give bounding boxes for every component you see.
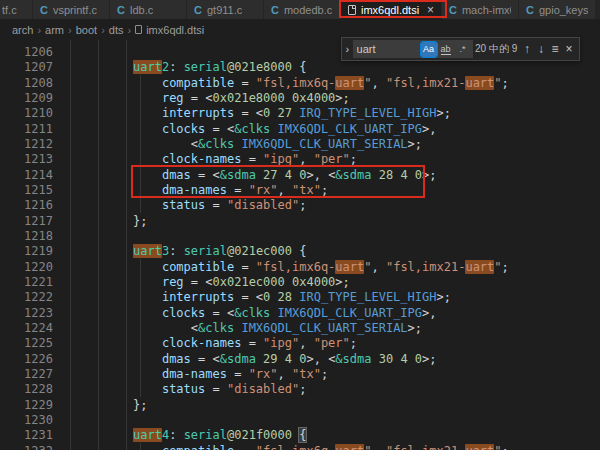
- match-case-button[interactable]: Aa: [421, 42, 437, 57]
- tab-vsprintf.c[interactable]: Cvsprintf.c: [33, 0, 110, 19]
- find-input-wrap[interactable]: Aa ab .*: [353, 40, 473, 58]
- tab-label: ldb.c: [130, 4, 153, 16]
- whole-word-label: ab: [441, 44, 451, 55]
- tab-ldb.c[interactable]: Cldb.c: [110, 0, 187, 19]
- code-line[interactable]: dmas = <&sdma 29 4 0>, <&sdma 30 4 0>;: [68, 352, 600, 367]
- line-number: 1231: [0, 428, 53, 443]
- code-line[interactable]: [68, 229, 600, 244]
- tab-modedb.c[interactable]: Cmodedb.c: [264, 0, 341, 19]
- breadcrumb-item-dts[interactable]: dts: [109, 24, 124, 36]
- toggle-replace-chevron[interactable]: ›: [342, 43, 353, 55]
- line-number: 1208: [0, 76, 53, 91]
- tab-label: gt911.c: [207, 4, 242, 16]
- line-number: 1220: [0, 260, 53, 275]
- code-line[interactable]: compatible = "fsl,imx6q-uart", "fsl,imx2…: [68, 76, 600, 91]
- c-file-icon: C: [526, 4, 534, 16]
- tab-label: tf.c: [2, 4, 17, 16]
- line-number: 1210: [0, 106, 53, 121]
- code-line[interactable]: uart4: serial@021f0000 {: [68, 428, 600, 443]
- code-line[interactable]: status = "disabled";: [68, 198, 600, 213]
- code-line[interactable]: dma-names = "rx", "tx";: [68, 367, 600, 382]
- code-line[interactable]: compatible = "fsl,imx6q-uart", "fsl,imx2…: [68, 260, 600, 275]
- tab-tf.c[interactable]: tf.c: [0, 0, 33, 19]
- code-line[interactable]: uart3: serial@021ec000 {: [68, 244, 600, 259]
- file-icon: [348, 5, 356, 15]
- breadcrumb-item-arch[interactable]: arch: [12, 24, 33, 36]
- code-line[interactable]: reg = <0x021e8000 0x4000>;: [68, 91, 600, 106]
- vscode-window: tf.cCvsprintf.cCldb.cCgt911.cCmodedb.cim…: [0, 0, 600, 450]
- find-next-button[interactable]: ↓: [534, 40, 548, 58]
- regex-button[interactable]: .*: [455, 42, 471, 57]
- code-line[interactable]: [68, 413, 600, 428]
- line-number: 1221: [0, 275, 53, 290]
- code-editor: 1206120712081209121012111212121312141215…: [0, 40, 600, 450]
- find-close-button[interactable]: ×: [562, 40, 576, 58]
- line-number: 1206: [0, 45, 53, 60]
- tab-gt911.c[interactable]: Cgt911.c: [187, 0, 264, 19]
- code-line[interactable]: dmas = <&sdma 27 4 0>, <&sdma 28 4 0>;: [68, 168, 600, 183]
- file-icon: [135, 25, 142, 34]
- code-line[interactable]: <&clks IMX6QDL_CLK_UART_SERIAL>;: [68, 321, 600, 336]
- breadcrumb-item-boot[interactable]: boot: [76, 24, 97, 36]
- c-file-icon: C: [117, 4, 125, 16]
- line-number: 1212: [0, 137, 53, 152]
- breadcrumb-file[interactable]: imx6qdl.dtsi: [135, 24, 204, 36]
- find-widget: › Aa ab .* 20 中的 9 ↑ ↓ ≡ ×: [341, 37, 580, 61]
- line-number: 1218: [0, 229, 53, 244]
- line-number: 1225: [0, 336, 53, 351]
- line-number: 1226: [0, 352, 53, 367]
- code-line[interactable]: dma-names = "rx", "tx";: [68, 183, 600, 198]
- line-number: 1232: [0, 444, 53, 450]
- close-icon[interactable]: ×: [427, 4, 434, 16]
- code-line[interactable]: clock-names = "ipg", "per";: [68, 336, 600, 351]
- tab-label: vsprintf.c: [53, 4, 97, 16]
- tab-label: gpio_keys.c: [539, 4, 588, 16]
- chevron-right-icon: ›: [101, 24, 105, 36]
- line-number: 1222: [0, 290, 53, 305]
- code-line[interactable]: compatible = "fsl,imx6q-uart", "fsl,imx2…: [68, 444, 600, 450]
- line-number: 1228: [0, 382, 53, 397]
- code-line[interactable]: };: [68, 214, 600, 229]
- code-content[interactable]: uart2: serial@021e8000 { compatible = "f…: [60, 45, 600, 450]
- chevron-right-icon: ›: [68, 24, 72, 36]
- code-line[interactable]: interrupts = <0 27 IRQ_TYPE_LEVEL_HIGH>;: [68, 106, 600, 121]
- code-line[interactable]: reg = <0x021ec000 0x4000>;: [68, 275, 600, 290]
- code-line[interactable]: <&clks IMX6QDL_CLK_UART_SERIAL>;: [68, 137, 600, 152]
- chevron-right-icon: ›: [127, 24, 131, 36]
- line-number: 1214: [0, 168, 53, 183]
- whole-word-button[interactable]: ab: [438, 42, 454, 57]
- breadcrumb-item-arm[interactable]: arm: [45, 24, 64, 36]
- line-number: 1215: [0, 183, 53, 198]
- tab-label: modedb.c: [284, 4, 332, 16]
- tab-gpio_keys.c[interactable]: Cgpio_keys.c: [519, 0, 596, 19]
- line-number: 1216: [0, 198, 53, 213]
- line-number: 1223: [0, 306, 53, 321]
- code-line[interactable]: clocks = <&clks IMX6QDL_CLK_UART_IPG>,: [68, 122, 600, 137]
- line-number-gutter: 1206120712081209121012111212121312141215…: [0, 45, 60, 450]
- line-number: 1217: [0, 214, 53, 229]
- c-file-icon: C: [194, 4, 202, 16]
- code-line[interactable]: clocks = <&clks IMX6QDL_CLK_UART_IPG>,: [68, 306, 600, 321]
- c-file-icon: C: [449, 4, 457, 16]
- tab-label: imx6qdl.dtsi: [361, 4, 419, 16]
- find-previous-button[interactable]: ↑: [520, 40, 534, 58]
- line-number: 1211: [0, 122, 53, 137]
- line-number: 1213: [0, 152, 53, 167]
- line-number: 1219: [0, 244, 53, 259]
- line-number: 1224: [0, 321, 53, 336]
- breadcrumb-file-label: imx6qdl.dtsi: [146, 24, 204, 36]
- code-line[interactable]: status = "disabled";: [68, 382, 600, 397]
- code-line[interactable]: };: [68, 398, 600, 413]
- tab-mach-imx6q.c[interactable]: Cmach-imx6q.c: [442, 0, 519, 19]
- find-in-selection-button[interactable]: ≡: [548, 40, 562, 58]
- find-results-count: 20 中的 9: [473, 42, 520, 56]
- tab-label: mach-imx6q.c: [462, 4, 511, 16]
- c-file-icon: C: [271, 4, 279, 16]
- code-line[interactable]: uart2: serial@021e8000 {: [68, 60, 600, 75]
- line-number: 1230: [0, 413, 53, 428]
- line-number: 1209: [0, 91, 53, 106]
- code-line[interactable]: clock-names = "ipg", "per";: [68, 152, 600, 167]
- code-line[interactable]: interrupts = <0 28 IRQ_TYPE_LEVEL_HIGH>;: [68, 290, 600, 305]
- tab-imx6qdl.dtsi[interactable]: imx6qdl.dtsi×: [341, 0, 442, 19]
- find-input[interactable]: [357, 43, 420, 55]
